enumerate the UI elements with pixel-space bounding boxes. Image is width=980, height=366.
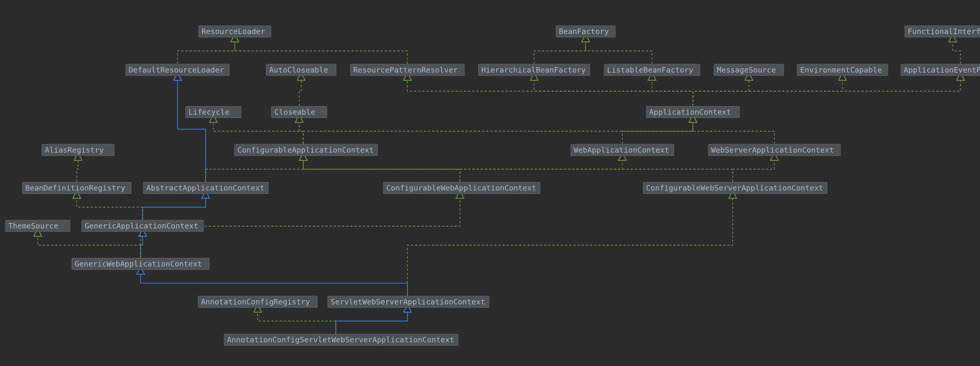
edge-WebApplicationContext-to-ApplicationContext [622,119,693,144]
edge-ConfigurableApplicationContext-to-ApplicationContext [303,119,693,144]
node-ResourcePatternResolver[interactable]: ResourcePatternResolver [350,64,465,76]
edge-ApplicationEventPublisher-to-FunctionalInterface [953,38,961,64]
edge-WebServerApplicationContext-to-ApplicationContext [693,119,774,144]
node-ResourceLoader[interactable]: ResourceLoader [198,25,271,37]
node-AbstractApplicationContext[interactable]: AbstractApplicationContext [143,182,269,194]
edge-Closeable-to-AutoCloseable [299,76,301,106]
edge-ApplicationContext-to-EnvironmentCapable [693,76,843,106]
edge-ApplicationContext-to-ResourcePatternResolver [407,76,693,106]
node-WebApplicationContext[interactable]: WebApplicationContext [571,144,674,156]
edge-GenericWebApplicationContext-to-ThemeSource [38,232,140,258]
edge-ConfigurableWebApplicationContext-to-ConfigurableApplicationContext [303,157,460,182]
node-EnvironmentCapable[interactable]: EnvironmentCapable [797,64,888,76]
edge-BeanDefinitionRegistry-to-AliasRegistry [77,157,78,182]
edge-ConfigurableWebServerApplicationContext-to-WebServerApplicationContext [733,157,774,182]
edge-ApplicationContext-to-HierarchicalBeanFactory [534,76,693,106]
node-GenericWebApplicationContext[interactable]: GenericWebApplicationContext [72,258,210,270]
edge-ResourcePatternResolver-to-ResourceLoader [235,38,407,64]
node-Lifecycle[interactable]: Lifecycle [185,106,241,118]
node-Closeable[interactable]: Closeable [271,106,327,118]
node-ListableBeanFactory[interactable]: ListableBeanFactory [604,64,700,76]
node-BeanDefinitionRegistry[interactable]: BeanDefinitionRegistry [22,182,132,194]
edge-ConfigurableApplicationContext-to-Lifecycle [213,119,304,144]
edge-DefaultResourceLoader-to-ResourceLoader [178,38,235,64]
edge-ApplicationContext-to-MessageSource [693,76,749,106]
node-HierarchicalBeanFactory[interactable]: HierarchicalBeanFactory [478,64,590,76]
edge-GenericApplicationContext-to-BeanDefinitionRegistry [77,195,143,220]
node-ApplicationContext[interactable]: ApplicationContext [646,106,740,118]
edge-ListableBeanFactory-to-BeanFactory [585,38,652,64]
node-ThemeSource[interactable]: ThemeSource [5,220,70,232]
edge-GenericWebApplicationContext-to-GenericApplicationContext [140,232,143,258]
node-ApplicationEventPublisher[interactable]: ApplicationEventPublisher [900,64,980,76]
edge-AnnotationConfigServletWebServerApplicationContext-to-AnnotationConfigRegistry [258,308,336,334]
edge-ConfigurableWebServerApplicationContext-to-ConfigurableApplicationContext [303,157,733,182]
edge-HierarchicalBeanFactory-to-BeanFactory [534,38,585,64]
edge-ServletWebServerApplicationContext-to-GenericWebApplicationContext [140,270,407,296]
node-ConfigurableWebServerApplicationContext[interactable]: ConfigurableWebServerApplicationContext [643,182,827,194]
node-ConfigurableApplicationContext[interactable]: ConfigurableApplicationContext [234,144,378,156]
edge-ConfigurableApplicationContext-to-Closeable [299,119,304,144]
node-BeanFactory[interactable]: BeanFactory [556,25,616,37]
node-GenericApplicationContext[interactable]: GenericApplicationContext [81,220,204,232]
node-DefaultResourceLoader[interactable]: DefaultResourceLoader [126,64,229,76]
node-AutoCloseable[interactable]: AutoCloseable [266,64,336,76]
edge-ConfigurableWebApplicationContext-to-WebApplicationContext [460,157,622,182]
node-ConfigurableWebApplicationContext[interactable]: ConfigurableWebApplicationContext [383,182,540,194]
edge-ApplicationContext-to-ListableBeanFactory [652,76,693,106]
edge-ApplicationContext-to-ApplicationEventPublisher [693,76,961,106]
node-AnnotationConfigServletWebServerApplicationContext[interactable]: AnnotationConfigServletWebServerApplicat… [224,334,458,346]
node-AnnotationConfigRegistry[interactable]: AnnotationConfigRegistry [198,296,318,308]
node-AliasRegistry[interactable]: AliasRegistry [41,144,115,156]
edge-ServletWebServerApplicationContext-to-ConfigurableWebServerApplicationContext [407,195,733,296]
node-FunctionalInterface[interactable]: FunctionalInterface [905,25,980,37]
node-MessageSource[interactable]: MessageSource [714,64,784,76]
edge-AnnotationConfigServletWebServerApplicationContext-to-ServletWebServerApplicationContext [336,308,407,334]
node-ServletWebServerApplicationContext[interactable]: ServletWebServerApplicationContext [328,296,489,308]
edge-AbstractApplicationContext-to-DefaultResourceLoader [178,76,206,182]
node-WebServerApplicationContext[interactable]: WebServerApplicationContext [708,144,841,156]
edge-AbstractApplicationContext-to-ConfigurableApplicationContext [206,157,303,182]
edge-GenericApplicationContext-to-AbstractApplicationContext [143,195,206,220]
